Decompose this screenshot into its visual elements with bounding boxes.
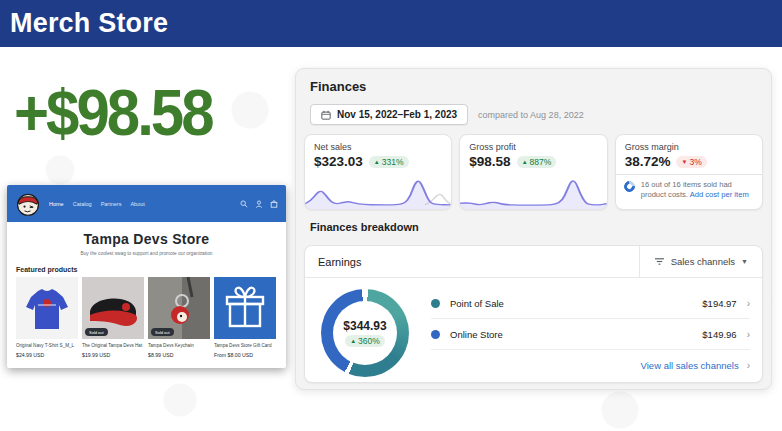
net-sales-sparkline: [305, 175, 451, 209]
page-title: Merch Store: [0, 8, 168, 39]
earnings-rows: Point of Sale $194.97 › Online Store $14…: [431, 288, 750, 380]
highlight-amount: +$98.58: [14, 76, 212, 151]
chevron-right-icon: ›: [747, 329, 750, 340]
gross-profit-sparkline: [460, 175, 606, 209]
finances-breakdown-title: Finances breakdown: [296, 210, 771, 233]
metric-cards-row: Net sales $323.03 ▲331% Gross profit $98…: [304, 134, 763, 210]
store-nav-link-about[interactable]: About: [130, 201, 144, 207]
date-row: Nov 15, 2022–Feb 1, 2023 compared to Aug…: [310, 104, 771, 125]
product-title[interactable]: Tampa Devs Keychain: [148, 343, 210, 350]
metric-value: $98.58: [469, 154, 510, 169]
account-icon[interactable]: [255, 200, 263, 208]
channel-value: $194.97: [702, 298, 736, 309]
arrow-up-icon: ▲: [350, 338, 356, 344]
arrow-up-icon: ▲: [374, 159, 380, 165]
search-icon[interactable]: [240, 200, 248, 208]
metric-label: Net sales: [314, 142, 442, 152]
metric-label: Gross profit: [469, 142, 597, 152]
date-range-label: Nov 15, 2022–Feb 1, 2023: [337, 109, 457, 120]
soldout-badge: Sold out: [85, 328, 108, 336]
product-price: $19.99 USD: [82, 352, 144, 358]
metric-label: Gross margin: [625, 142, 753, 152]
earnings-card: Earnings Sales channels ▼ $344.93: [304, 245, 763, 383]
product-title[interactable]: The Original Tampa Devs Hat: [82, 343, 144, 350]
arrow-up-icon: ▲: [522, 159, 528, 165]
product-image-keychain: Sold out: [148, 277, 210, 339]
product-card-hat[interactable]: Sold out The Original Tampa Devs Hat $19…: [82, 277, 144, 358]
progress-ring-icon: [621, 179, 636, 194]
product-card-keychain[interactable]: Sold out Tampa Devs Keychain $8.99 USD: [148, 277, 210, 358]
channel-label: Online Store: [450, 329, 702, 340]
store-nav-link-home[interactable]: Home: [49, 201, 64, 207]
arrow-down-icon: ▼: [681, 159, 687, 165]
store-hero: Tampa Devs Store Buy the coolest swag to…: [7, 222, 286, 256]
sales-channels-label: Sales channels: [671, 256, 735, 267]
cost-note: 16 out of 16 items sold had product cost…: [616, 174, 762, 200]
featured-products-label: Featured products: [7, 256, 286, 277]
date-range-button[interactable]: Nov 15, 2022–Feb 1, 2023: [310, 104, 468, 125]
product-price: $8.99 USD: [148, 352, 210, 358]
earnings-total: $344.93: [343, 319, 386, 333]
view-all-sales-channels-link[interactable]: View all sales channels: [641, 360, 739, 371]
filter-icon: [654, 257, 665, 266]
earnings-change-badge: ▲360%: [345, 335, 385, 347]
chevron-right-icon: ›: [747, 360, 750, 371]
gross-profit-card[interactable]: Gross profit $98.58 ▲887%: [459, 134, 607, 210]
add-cost-link[interactable]: Add cost per item: [690, 190, 749, 199]
gift-icon: [214, 277, 276, 339]
slide: Merch Store +$98.58 Home Catalog Partner…: [0, 0, 782, 431]
calendar-icon: [321, 110, 331, 120]
chevron-down-icon: ▼: [741, 258, 748, 265]
product-card-giftcard[interactable]: Tampa Devs Store Gift Card From $8.00 US…: [214, 277, 276, 358]
finances-panel: Finances Nov 15, 2022–Feb 1, 2023 compar…: [295, 68, 772, 390]
store-nav-link-partners[interactable]: Partners: [101, 201, 122, 207]
product-price: From $8.00 USD: [214, 352, 276, 358]
store-title: Tampa Devs Store: [7, 231, 286, 247]
store-nav-link-catalog[interactable]: Catalog: [73, 201, 92, 207]
earnings-title: Earnings: [305, 256, 639, 268]
product-title[interactable]: Original Navy T-Shirt S_M_L: [16, 343, 78, 350]
product-card-tshirt[interactable]: Original Navy T-Shirt S_M_L $24.99 USD: [16, 277, 78, 358]
channel-label: Point of Sale: [450, 298, 702, 309]
legend-dot: [431, 299, 440, 308]
earnings-header: Earnings Sales channels ▼: [305, 246, 762, 278]
featured-products-row: Original Navy T-Shirt S_M_L $24.99 USD S…: [7, 277, 286, 358]
earnings-donut-chart: $344.93 ▲360%: [321, 289, 409, 377]
product-price: $24.99 USD: [16, 352, 78, 358]
earnings-row-pos[interactable]: Point of Sale $194.97 ›: [431, 288, 750, 319]
channel-value: $149.96: [702, 329, 736, 340]
store-logo[interactable]: [15, 191, 41, 217]
cart-icon[interactable]: [270, 200, 278, 208]
change-badge: ▲887%: [517, 156, 557, 168]
change-badge: ▲331%: [369, 156, 409, 168]
earnings-body: $344.93 ▲360% Point of Sale $194.97 › On…: [305, 278, 762, 380]
product-image-tshirt: [16, 277, 78, 339]
sales-channels-dropdown[interactable]: Sales channels ▼: [639, 246, 762, 277]
product-image-giftcard: [214, 277, 276, 339]
chevron-right-icon: ›: [747, 298, 750, 309]
soldout-badge: Sold out: [151, 328, 174, 336]
store-navbar: Home Catalog Partners About: [7, 185, 286, 222]
earnings-row-online[interactable]: Online Store $149.96 ›: [431, 319, 750, 350]
store-nav-links: Home Catalog Partners About: [49, 201, 145, 207]
finances-title: Finances: [296, 69, 771, 94]
header-bar: Merch Store: [0, 0, 782, 47]
change-badge: ▼3%: [676, 156, 706, 168]
legend-dot: [431, 330, 440, 339]
net-sales-card[interactable]: Net sales $323.03 ▲331%: [304, 134, 452, 210]
metric-value: 38.72%: [625, 154, 671, 169]
compared-to-label: compared to Aug 28, 2022: [478, 110, 584, 120]
product-title[interactable]: Tampa Devs Store Gift Card: [214, 343, 276, 350]
view-all-row: View all sales channels ›: [431, 350, 750, 380]
store-screenshot: Home Catalog Partners About: [7, 185, 286, 368]
metric-value: $323.03: [314, 154, 363, 169]
store-nav-icons: [240, 200, 278, 208]
gross-margin-card[interactable]: Gross margin 38.72% ▼3% 16 out of 16 ite…: [615, 134, 763, 210]
donut-center: $344.93 ▲360%: [333, 301, 397, 365]
product-image-hat: Sold out: [82, 277, 144, 339]
